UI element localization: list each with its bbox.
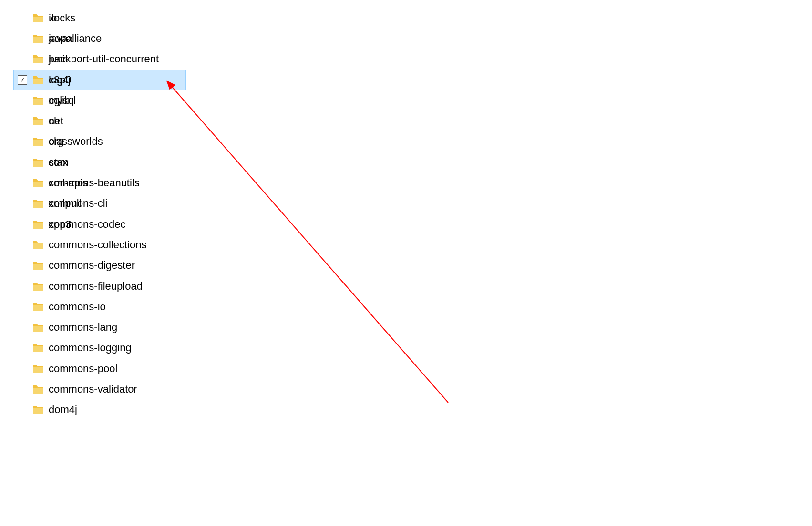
folder-label: junit: [49, 54, 68, 64]
folder-icon: [32, 137, 44, 146]
folder-icon: [32, 343, 44, 353]
folder-item[interactable]: net: [13, 111, 156, 131]
folder-label: commons-digester: [49, 260, 135, 271]
folder-item[interactable]: commons-pool: [13, 358, 186, 379]
folder-icon: [32, 13, 44, 23]
folder-item[interactable]: commons-lang: [13, 317, 186, 337]
folder-item[interactable]: xpp3: [13, 214, 156, 234]
folder-item[interactable]: commons-validator: [13, 379, 186, 399]
folder-item[interactable]: commons-fileupload: [13, 276, 186, 296]
folder-label: stax: [49, 157, 68, 168]
folder-label: javax: [49, 33, 73, 44]
folder-item[interactable]: commons-io: [13, 296, 186, 317]
folder-label: commons-validator: [49, 384, 137, 394]
folder-item[interactable]: xmlpull: [13, 193, 156, 214]
folder-item[interactable]: xml-apis: [13, 172, 156, 193]
folder-icon: [32, 384, 44, 394]
folder-icon: [32, 75, 44, 85]
folder-label: org: [49, 136, 64, 147]
folder-item[interactable]: org: [13, 132, 156, 152]
folder-item[interactable]: dom4j: [13, 400, 186, 420]
folder-label: xml-apis: [49, 178, 88, 188]
folder-item[interactable]: log4j: [13, 70, 156, 90]
folder-label: commons-io: [49, 302, 106, 312]
folder-icon: [32, 34, 44, 43]
folder-icon: [32, 323, 44, 332]
folder-icon: [32, 116, 44, 126]
folder-label: commons-lang: [49, 322, 117, 333]
folder-label: io: [49, 13, 57, 23]
folder-label: xmlpull: [49, 198, 81, 209]
folder-label: log4j: [49, 75, 71, 85]
folder-item[interactable]: mysql: [13, 90, 156, 111]
folder-label: commons-pool: [49, 364, 117, 374]
folder-item[interactable]: stax: [13, 152, 156, 172]
folder-label: mysql: [49, 95, 76, 106]
folder-item[interactable]: commons-digester: [13, 255, 186, 276]
svg-line-1: [167, 81, 448, 403]
folder-icon: [32, 178, 44, 188]
folder-icon: [32, 261, 44, 270]
folder-label: xpp3: [49, 219, 72, 230]
folder-icon: [32, 405, 44, 415]
folder-icon: [32, 240, 44, 250]
folder-item[interactable]: io: [13, 8, 156, 28]
folder-label: net: [49, 116, 63, 126]
folder-item[interactable]: javax: [13, 28, 156, 49]
folder-label: dom4j: [49, 405, 77, 415]
folder-icon: [32, 302, 44, 312]
folder-item[interactable]: junit: [13, 49, 156, 70]
file-column: io javax junit log4j mysql net org stax …: [13, 8, 156, 234]
folder-label: commons-fileupload: [49, 281, 143, 292]
folder-label: commons-collections: [49, 240, 146, 250]
folder-icon: [32, 158, 44, 167]
folder-icon: [32, 220, 44, 229]
folder-icon: [32, 96, 44, 105]
folder-icon: [32, 54, 44, 64]
folder-icon: [32, 282, 44, 291]
folder-icon: [32, 364, 44, 374]
folder-item[interactable]: commons-collections: [13, 234, 186, 255]
folder-icon: [32, 199, 44, 208]
folder-label: commons-logging: [49, 343, 132, 353]
folder-item[interactable]: commons-logging: [13, 338, 186, 358]
